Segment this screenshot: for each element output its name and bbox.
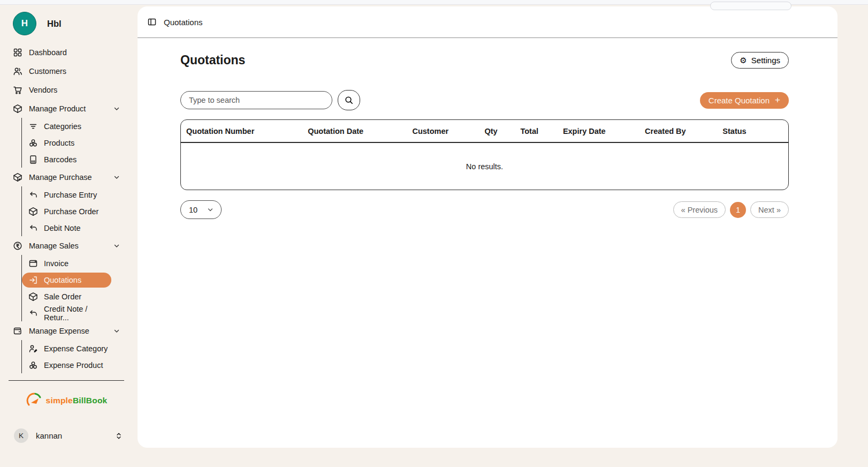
search-button[interactable] — [338, 90, 360, 110]
settings-button-label: Settings — [751, 56, 780, 65]
sidebar-group-manage-product[interactable]: Manage Product — [13, 99, 124, 118]
chevron-down-icon — [206, 206, 215, 214]
sidebar-nav: Dashboard Customers Vendors Manage Produ… — [0, 37, 133, 373]
quotations-table: Quotation Number Quotation Date Customer… — [180, 119, 789, 190]
chevron-down-icon — [112, 104, 121, 113]
column-header-quotation-number: Quotation Number — [181, 127, 308, 135]
sidebar: H Hbl Dashboard Customers Vendors — [0, 5, 133, 467]
customers-icon — [13, 66, 22, 76]
previous-page-button[interactable]: « Previous — [673, 201, 726, 218]
manage-sales-children: Invoice Quotations Sale Order Credit Not… — [21, 255, 124, 321]
sidebar-group-label: Manage Sales — [29, 242, 79, 250]
column-header-status: Status — [722, 127, 788, 135]
workspace-name: Hbl — [47, 19, 62, 29]
sidebar-item-label: Dashboard — [29, 48, 67, 57]
logo-text-billbook: BillBook — [73, 396, 107, 405]
sidebar-item-label: Quotations — [44, 276, 81, 284]
page-size-select[interactable]: 10 — [180, 200, 222, 219]
chevron-down-icon — [112, 242, 121, 250]
breadcrumb: Quotations — [164, 18, 203, 27]
cart-icon — [13, 85, 22, 95]
chevron-down-icon — [112, 327, 121, 335]
sidebar-item-debit-note[interactable]: Debit Note — [22, 220, 111, 236]
current-page-indicator[interactable]: 1 — [730, 202, 746, 218]
app-logo: simpleBillBook — [0, 392, 133, 409]
sidebar-item-label: Categories — [44, 122, 81, 131]
package-icon — [28, 292, 38, 302]
user-avatar: K — [14, 428, 28, 443]
next-page-button[interactable]: Next » — [750, 201, 789, 218]
return-arrow-icon — [28, 308, 38, 318]
search-row: Create Quotation + — [180, 90, 789, 110]
manage-product-children: Categories Products Barcodes — [21, 118, 124, 168]
sidebar-item-purchase-order[interactable]: Purchase Order — [22, 203, 111, 220]
sidebar-group-manage-sales[interactable]: Manage Sales — [13, 236, 124, 255]
sidebar-item-label: Purchase Entry — [44, 191, 97, 199]
sidebar-item-credit-note[interactable]: Credit Note / Retur... — [22, 305, 111, 321]
title-row: Quotations ⚙ Settings — [180, 52, 789, 69]
column-header-qty: Qty — [484, 127, 520, 135]
sidebar-toggle-icon[interactable] — [147, 17, 157, 27]
dashboard-grid-icon — [13, 48, 22, 57]
main-topbar: Quotations — [138, 6, 837, 38]
spheres-icon — [28, 138, 38, 148]
top-edge-cutoff-button — [710, 2, 791, 10]
sidebar-item-label: Purchase Order — [44, 207, 98, 216]
empty-state-text: No results. — [181, 143, 788, 190]
invoice-icon — [28, 259, 38, 268]
sidebar-item-label: Barcodes — [44, 155, 77, 164]
sidebar-group-label: Manage Product — [29, 104, 86, 113]
sidebar-item-categories[interactable]: Categories — [22, 118, 111, 134]
sidebar-item-invoice[interactable]: Invoice — [22, 255, 111, 272]
pagination: « Previous 1 Next » — [673, 201, 789, 218]
sidebar-group-label: Manage Expense — [29, 327, 89, 335]
logo-text-simple: simple — [46, 396, 73, 405]
table-header-row: Quotation Number Quotation Date Customer… — [181, 120, 788, 143]
person-edit-icon — [28, 344, 38, 353]
sidebar-item-customers[interactable]: Customers — [13, 62, 124, 80]
sidebar-divider — [9, 380, 124, 381]
sidebar-item-label: Products — [44, 139, 74, 147]
table-footer-row: 10 « Previous 1 Next » — [180, 200, 789, 219]
sidebar-item-quotations[interactable]: Quotations — [22, 273, 111, 288]
sidebar-item-dashboard[interactable]: Dashboard — [13, 43, 124, 62]
sidebar-item-label: Vendors — [29, 86, 57, 94]
plus-icon: + — [775, 95, 780, 106]
column-header-quotation-date: Quotation Date — [308, 127, 412, 135]
create-quotation-button[interactable]: Create Quotation + — [700, 92, 789, 109]
door-in-icon — [28, 275, 38, 285]
gear-icon: ⚙ — [740, 56, 747, 64]
sidebar-group-manage-purchase[interactable]: Manage Purchase — [13, 168, 124, 186]
sidebar-item-purchase-entry[interactable]: Purchase Entry — [22, 186, 111, 203]
return-arrow-icon — [28, 223, 38, 233]
sidebar-item-expense-product[interactable]: Expense Product — [22, 357, 111, 373]
package-check-icon — [13, 172, 22, 182]
settings-button[interactable]: ⚙ Settings — [731, 52, 789, 69]
workspace-avatar: H — [13, 12, 36, 35]
search-icon — [344, 95, 354, 105]
top-edge-strip — [0, 0, 868, 5]
workspace-header[interactable]: H Hbl — [0, 5, 133, 37]
sidebar-item-label: Credit Note / Retur... — [44, 305, 111, 322]
logo-text: simpleBillBook — [46, 396, 108, 405]
sidebar-item-label: Expense Category — [44, 344, 108, 353]
page-title: Quotations — [180, 53, 245, 67]
barcode-doc-icon — [28, 155, 38, 164]
sidebar-group-manage-expense[interactable]: Manage Expense — [13, 321, 124, 340]
chevron-down-icon — [112, 173, 121, 182]
simplebillbook-logo-icon — [26, 392, 43, 409]
sidebar-item-sale-order[interactable]: Sale Order — [22, 288, 111, 305]
column-header-created-by: Created By — [645, 127, 722, 135]
manage-expense-children: Expense Category Expense Product — [21, 340, 124, 373]
column-header-total: Total — [520, 127, 562, 135]
sidebar-item-expense-category[interactable]: Expense Category — [22, 340, 111, 357]
search-input[interactable] — [180, 91, 332, 109]
user-menu[interactable]: K kannan — [14, 428, 125, 443]
sidebar-item-label: Debit Note — [44, 224, 81, 232]
chevrons-up-down-icon — [115, 432, 123, 440]
wallet-icon — [13, 326, 22, 336]
sidebar-item-vendors[interactable]: Vendors — [13, 80, 124, 99]
sidebar-item-barcodes[interactable]: Barcodes — [22, 151, 111, 168]
package-icon — [13, 104, 22, 114]
sidebar-item-products[interactable]: Products — [22, 134, 111, 151]
